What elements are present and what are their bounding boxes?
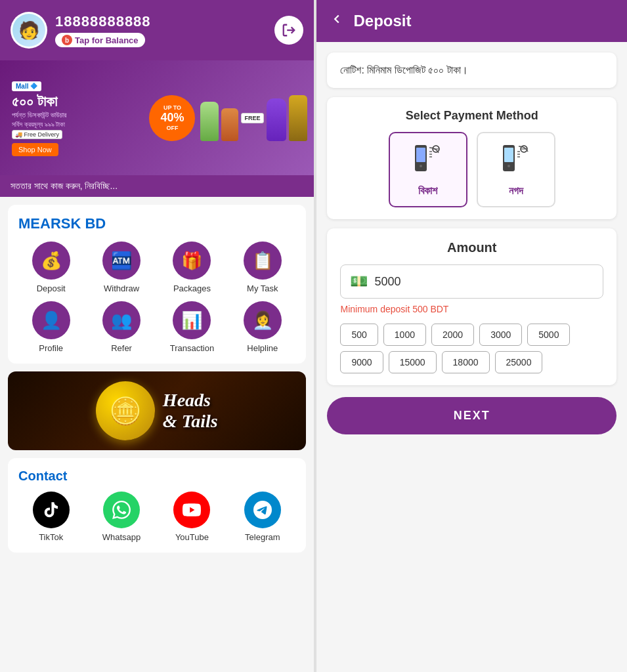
quick-amounts: 500 1000 2000 3000 5000 9000 15000 18000… bbox=[340, 324, 603, 373]
quick-amount-15000[interactable]: 15000 bbox=[389, 351, 437, 373]
deposit-header: Deposit bbox=[316, 0, 627, 42]
banner-delivery: সর্বিস ক্রয়মূল্য ৯৯৯ টাকা bbox=[12, 121, 144, 129]
profile-icon: 👤 bbox=[32, 301, 70, 339]
telegram-label: Telegram bbox=[245, 532, 280, 542]
product-4 bbox=[289, 95, 307, 141]
menu-item-helpline[interactable]: 👩‍💼 Helpline bbox=[230, 301, 295, 353]
banner-left: Mall 🔷 ৫০০ টাকা পর্যন্ত ডিসকাউন্ট ভাউচার… bbox=[7, 74, 149, 161]
coin-icon: 🪙 bbox=[96, 381, 155, 440]
nagad-label: নগদ bbox=[509, 185, 523, 197]
min-deposit-text: Minimum deposit 500 BDT bbox=[340, 304, 603, 314]
discount-circle: UP TO 40% OFF bbox=[149, 95, 195, 141]
svg-point-3 bbox=[420, 165, 422, 167]
left-panel: 🧑 18888888888 b Tap for Balance Mal bbox=[0, 0, 314, 672]
amount-input-wrapper: 💵 bbox=[340, 264, 603, 299]
right-panel: Deposit নোটিশ: মিনিমাম ডিপোজিট ৫০০ টাকা।… bbox=[316, 0, 627, 672]
phone-number: 18888888888 bbox=[55, 13, 151, 30]
product-1 bbox=[200, 102, 219, 141]
packages-label: Packages bbox=[173, 284, 211, 293]
deposit-label: Deposit bbox=[37, 284, 66, 293]
bkash-icon bbox=[412, 142, 444, 180]
game-title: Heads & Tails bbox=[163, 390, 218, 432]
balance-badge[interactable]: b Tap for Balance bbox=[55, 33, 145, 47]
withdraw-label: Withdraw bbox=[104, 284, 139, 293]
menu-item-mytask[interactable]: 📋 My Task bbox=[230, 242, 295, 293]
promo-banner: Mall 🔷 ৫০০ টাকা পর্যন্ত ডিসকাউন্ট ভাউচার… bbox=[0, 60, 314, 175]
contact-whatsapp[interactable]: Whatsapp bbox=[89, 492, 154, 542]
payment-method-nagad[interactable]: নগদ bbox=[477, 132, 555, 207]
whatsapp-icon bbox=[103, 492, 140, 528]
game-banner[interactable]: 🪙 Heads & Tails bbox=[8, 371, 306, 450]
menu-item-packages[interactable]: 🎁 Packages bbox=[160, 242, 225, 293]
quick-amount-2000[interactable]: 2000 bbox=[431, 324, 474, 346]
menu-item-profile[interactable]: 👤 Profile bbox=[18, 301, 83, 353]
refer-icon: 👥 bbox=[102, 301, 141, 339]
contact-youtube[interactable]: YouTube bbox=[160, 492, 225, 542]
payment-method-bkash[interactable]: বিকাশ bbox=[389, 132, 467, 207]
banner-content: Mall 🔷 ৫০০ টাকা পর্যন্ত ডিসকাউন্ট ভাউচার… bbox=[7, 67, 307, 169]
product-3 bbox=[267, 98, 286, 141]
payment-section: Select Payment Method bbox=[327, 97, 616, 219]
quick-amount-9000[interactable]: 9000 bbox=[340, 351, 383, 373]
avatar-image: 🧑 bbox=[12, 14, 45, 47]
logout-button[interactable] bbox=[274, 16, 303, 45]
mytask-label: My Task bbox=[247, 284, 278, 293]
quick-amount-25000[interactable]: 25000 bbox=[495, 351, 543, 373]
product-images: FREE bbox=[200, 95, 307, 141]
profile-label: Profile bbox=[39, 343, 63, 353]
marquee-text: সততার সাথে কাজ করুন, নিরবিচ্ছি... bbox=[11, 180, 118, 191]
quick-amount-500[interactable]: 500 bbox=[340, 324, 378, 346]
quick-amount-18000[interactable]: 18000 bbox=[442, 351, 490, 373]
contact-telegram[interactable]: Telegram bbox=[230, 492, 295, 542]
mytask-icon: 📋 bbox=[244, 242, 282, 280]
amount-title: Amount bbox=[340, 240, 603, 255]
next-button[interactable]: NEXT bbox=[327, 397, 616, 434]
app-header: 🧑 18888888888 b Tap for Balance bbox=[0, 0, 314, 60]
back-button[interactable] bbox=[330, 12, 344, 30]
packages-icon: 🎁 bbox=[173, 242, 211, 280]
quick-amount-3000[interactable]: 3000 bbox=[479, 324, 522, 346]
menu-grid: 💰 Deposit 🏧 Withdraw 🎁 Packages 📋 My Tas… bbox=[18, 242, 295, 353]
helpline-label: Helpline bbox=[247, 343, 278, 353]
youtube-label: YouTube bbox=[175, 532, 209, 542]
b-icon: b bbox=[62, 35, 72, 45]
whatsapp-label: Whatsapp bbox=[102, 532, 141, 542]
free-label: FREE bbox=[241, 113, 263, 123]
product-2 bbox=[221, 108, 238, 141]
quick-amount-1000[interactable]: 1000 bbox=[383, 324, 426, 346]
helpline-icon: 👩‍💼 bbox=[244, 301, 282, 339]
refer-label: Refer bbox=[111, 343, 132, 353]
balance-tap-text: Tap for Balance bbox=[75, 35, 139, 45]
main-content: MEARSK BD 💰 Deposit 🏧 Withdraw 🎁 Package… bbox=[0, 197, 314, 672]
deposit-title: Deposit bbox=[353, 12, 411, 30]
bkash-label: বিকাশ bbox=[418, 185, 437, 197]
header-info: 18888888888 b Tap for Balance bbox=[55, 13, 151, 47]
telegram-icon bbox=[244, 492, 281, 528]
tiktok-label: TikTok bbox=[39, 532, 63, 542]
shop-now-button[interactable]: Shop Now bbox=[12, 143, 58, 156]
deposit-icon: 💰 bbox=[32, 242, 70, 280]
youtube-icon bbox=[173, 492, 210, 528]
banner-title: ৫০০ টাকা bbox=[12, 94, 144, 110]
contact-tiktok[interactable]: TikTok bbox=[18, 492, 83, 542]
marquee-bar: সততার সাথে কাজ করুন, নিরবিচ্ছি... bbox=[0, 175, 314, 197]
header-left: 🧑 18888888888 b Tap for Balance bbox=[11, 12, 151, 49]
contact-title: Contact bbox=[18, 469, 295, 484]
contact-grid: TikTok Whatsapp Yo bbox=[18, 492, 295, 542]
menu-item-transaction[interactable]: 📊 Transaction bbox=[160, 301, 225, 353]
notice-box: নোটিশ: মিনিমাম ডিপোজিট ৫০০ টাকা। bbox=[327, 52, 616, 88]
transaction-icon: 📊 bbox=[173, 301, 211, 339]
menu-item-withdraw[interactable]: 🏧 Withdraw bbox=[89, 242, 154, 293]
delivery-icon: 🚚 Free Delivery bbox=[12, 130, 62, 139]
banner-subtitle: পর্যন্ত ডিসকাউন্ট ভাউচার bbox=[12, 111, 144, 119]
withdraw-icon: 🏧 bbox=[102, 242, 141, 280]
payment-methods: বিকাশ bbox=[340, 132, 603, 207]
quick-amount-5000[interactable]: 5000 bbox=[527, 324, 570, 346]
contact-card: Contact TikTok Whats bbox=[8, 458, 306, 553]
amount-input-icon: 💵 bbox=[350, 273, 368, 290]
company-name: MEARSK BD bbox=[18, 215, 295, 232]
menu-item-deposit[interactable]: 💰 Deposit bbox=[18, 242, 83, 293]
amount-input[interactable] bbox=[374, 275, 594, 289]
svg-point-11 bbox=[508, 165, 510, 167]
menu-item-refer[interactable]: 👥 Refer bbox=[89, 301, 154, 353]
